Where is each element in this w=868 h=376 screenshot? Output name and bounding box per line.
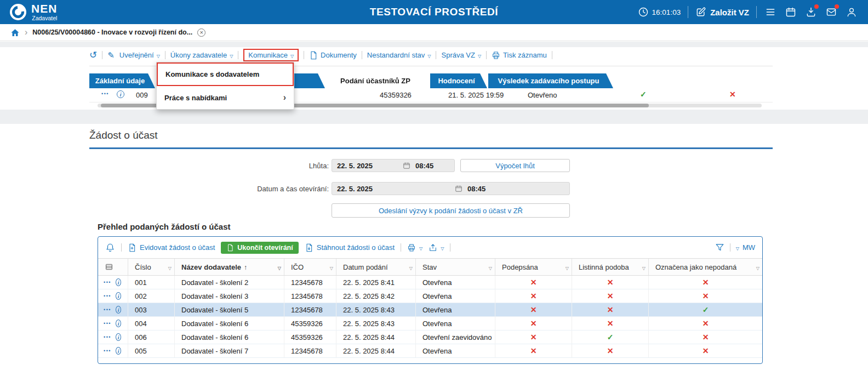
breadcrumb: N006/25/V00004860 - Inovace v rozvoji ří… (0, 24, 868, 41)
main-menu-button[interactable] (764, 5, 777, 19)
filter-caret-icon[interactable] (278, 263, 281, 271)
otevirani-date-value[interactable]: 22. 5. 2025 (337, 185, 455, 193)
row-actions-icon[interactable] (104, 293, 111, 299)
lhuta-date-value[interactable]: 22. 5. 2025 (337, 162, 403, 170)
calendar-icon[interactable] (403, 162, 410, 169)
history-icon[interactable] (89, 50, 97, 60)
close-record-icon[interactable] (197, 29, 205, 37)
tab-podani-ucastniku[interactable]: Podání účastníků ZP (326, 73, 429, 88)
row-actions-icon[interactable] (104, 348, 111, 354)
column-chooser[interactable] (98, 259, 128, 275)
nen-logo-icon[interactable] (10, 4, 26, 20)
section-title-zadost: Žádost o účast (89, 129, 773, 149)
breadcrumb-current[interactable]: N006/25/V00004860 - Inovace v rozvoji ří… (32, 29, 192, 36)
row-info-icon[interactable] (116, 292, 121, 300)
chevron-down-icon (478, 51, 481, 59)
menu-uverejneni[interactable]: Uveřejnění (119, 51, 160, 59)
row-actions-icon[interactable] (104, 307, 111, 312)
record-toolbar: Uveřejnění Úkony zadavatele Komunikace D… (89, 48, 552, 62)
column-oznacena[interactable]: Označena jako nepodaná (649, 259, 762, 275)
filter-caret-icon[interactable] (756, 263, 760, 271)
column-datum[interactable]: Datum podání (336, 259, 416, 275)
notification-badge (835, 4, 839, 9)
menu-ukony-zadavatele[interactable]: Úkony zadavatele (170, 51, 233, 59)
table-row[interactable]: 005 Dodavatel - školení 7 12345678 22. 5… (98, 344, 762, 358)
table-row[interactable]: 006 Dodavatel - školení 6 45359326 22. 5… (98, 331, 762, 344)
table-row[interactable]: 002 Dodavatel - školení 3 12345678 22. 5… (98, 289, 762, 303)
chevron-down-icon (419, 243, 422, 252)
filter-caret-icon[interactable] (330, 263, 333, 271)
user-icon (846, 7, 857, 18)
menu-sprava-vz[interactable]: Správa VZ (441, 51, 481, 59)
tab-vysledek[interactable]: Výsledek zadávacího postupu (488, 73, 613, 88)
divider (450, 243, 450, 252)
downloads-button[interactable] (804, 5, 818, 19)
ukoncit-oteviranie-button[interactable]: Ukončit otevírání (221, 242, 298, 254)
divider (304, 51, 304, 59)
row-info-icon[interactable] (116, 347, 121, 355)
grid-header-row: Číslo Název dodavatele IČO Datum podání … (98, 258, 762, 276)
table-row[interactable]: 001 Dodavatel - školení 2 12345678 22. 5… (98, 276, 762, 289)
column-listinna[interactable]: Listinná podoba (572, 259, 649, 275)
menu-item-komunikace-s-dodavatelem[interactable]: Komunikace s dodavatelem (157, 62, 294, 86)
otevirani-label: Datum a čas otevírání: (192, 185, 329, 193)
filter-caret-icon[interactable] (489, 263, 492, 271)
calendar-icon[interactable] (455, 185, 462, 192)
view-switcher[interactable]: MW (736, 243, 755, 252)
row-actions-icon[interactable] (104, 280, 111, 285)
table-row[interactable]: 004 Dodavatel - školení 6 45359326 22. 5… (98, 317, 762, 331)
edit-icon (695, 7, 706, 18)
document-icon (226, 244, 234, 252)
row-actions-icon[interactable] (104, 334, 111, 340)
chevron-down-icon (427, 51, 431, 59)
vypocet-lhut-button[interactable]: Výpočet lhůt (460, 159, 570, 172)
evidovat-zadost-button[interactable]: Evidovat žádost o účast (128, 243, 215, 252)
row-info-icon[interactable] (116, 306, 121, 314)
edit-record-icon[interactable] (107, 51, 115, 59)
column-podepsana[interactable]: Podepsána (495, 259, 572, 275)
column-cislo[interactable]: Číslo (128, 259, 175, 275)
filter-icon[interactable] (715, 243, 724, 252)
filter-caret-icon[interactable] (642, 263, 646, 271)
notification-bell-icon[interactable] (105, 243, 115, 253)
filter-caret-icon[interactable] (168, 263, 172, 271)
menu-item-prace-s-nabidkami[interactable]: Práce s nabídkami (157, 86, 294, 109)
otevirani-time-value[interactable]: 08:45 (467, 185, 486, 193)
odeslani-vyzvy-button[interactable]: Odeslání výzvy k podání žádosti o účast … (332, 203, 570, 218)
otevirani-field[interactable]: 22. 5. 2025 08:45 (332, 182, 570, 195)
grid-toolbar-right: MW (715, 243, 755, 252)
user-profile-button[interactable] (845, 5, 858, 19)
lhuta-field[interactable]: 22. 5. 2025 08:45 (332, 159, 455, 172)
column-nazev[interactable]: Název dodavatele (175, 259, 284, 275)
lhuta-time-value[interactable]: 08:45 (415, 162, 433, 170)
divider (102, 51, 102, 59)
document-icon (309, 51, 318, 60)
menu-komunikace[interactable]: Komunikace (243, 49, 299, 61)
row-info-icon[interactable] (116, 333, 121, 341)
row-info-icon[interactable] (116, 278, 121, 286)
messages-button[interactable] (825, 5, 838, 19)
stahnout-zadosti-button[interactable]: Stáhnout žádosti o účast (305, 243, 395, 252)
export-button[interactable] (429, 243, 444, 252)
column-stav[interactable]: Stav (416, 259, 495, 275)
menu-dokumenty[interactable]: Dokumenty (309, 51, 357, 60)
tab-zakladni-udaje[interactable]: Základní údaje (89, 73, 155, 88)
row-actions-icon[interactable] (104, 321, 111, 326)
filter-caret-icon[interactable] (409, 263, 413, 271)
create-vz-button[interactable]: Založit VZ (695, 7, 749, 18)
row-info-icon[interactable] (116, 320, 121, 327)
home-icon[interactable] (10, 28, 20, 37)
filter-caret-icon[interactable] (566, 263, 569, 271)
print-grid-button[interactable] (407, 243, 422, 252)
calendar-button[interactable] (784, 5, 797, 19)
chevron-down-icon (157, 51, 160, 59)
column-ico[interactable]: IČO (284, 259, 336, 275)
tab-hodnoceni[interactable]: Hodnocení (430, 73, 487, 88)
row-info-icon[interactable] (117, 90, 124, 98)
chevron-down-icon (736, 243, 739, 252)
table-row-selected[interactable]: 003 Dodavatel - školení 5 12345678 22. 5… (98, 303, 762, 317)
print-record-button[interactable]: Tisk záznamu (492, 51, 547, 60)
breadcrumb-chevron-icon (25, 27, 27, 37)
menu-nestandardni-stav[interactable]: Nestandardní stav (367, 51, 431, 59)
row-actions-icon[interactable] (101, 91, 109, 96)
